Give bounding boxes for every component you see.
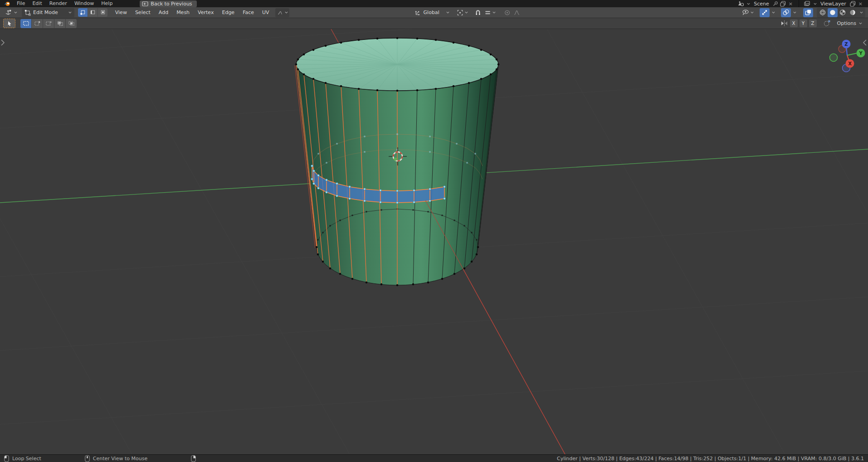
gizmos-icon [761, 9, 768, 16]
editor-type-button[interactable] [3, 8, 19, 17]
edit-mode-icon [24, 10, 31, 16]
pivot-point-icon [457, 10, 463, 16]
menu-vertex[interactable]: Vertex [194, 7, 218, 18]
menu-edge[interactable]: Edge [218, 7, 239, 18]
menu-edit[interactable]: Edit [29, 0, 45, 7]
status-bar: Loop Select Center View to Mouse Cylinde… [0, 454, 868, 462]
shading-material-button[interactable] [838, 8, 848, 17]
pin-icon[interactable] [773, 1, 778, 6]
vertex-select-button[interactable] [78, 8, 88, 17]
select-mode-invert-button[interactable] [54, 19, 65, 28]
orientation-label: Global [424, 10, 439, 15]
object-visibility-dropdown[interactable] [740, 8, 755, 17]
rendered-shading-icon [849, 9, 856, 16]
overlays-toggle-button[interactable] [781, 8, 791, 17]
menu-face[interactable]: Face [239, 7, 258, 18]
svg-text:X: X [848, 61, 852, 66]
vertex-select-icon [80, 10, 86, 15]
lmb-icon [4, 455, 9, 462]
axis-y-ball[interactable]: Y [857, 49, 865, 58]
chevron-down-icon [772, 11, 775, 14]
new-scene-icon[interactable] [780, 1, 786, 7]
chevron-down-icon [14, 11, 17, 14]
mode-selector[interactable]: Edit Mode [22, 8, 74, 17]
axis-x-ball[interactable]: X [846, 59, 854, 68]
overlays-dropdown[interactable] [791, 8, 798, 17]
viewlayer-name: ViewLayer [820, 1, 846, 7]
menu-file[interactable]: File [13, 0, 29, 7]
axis-z-ball[interactable]: Z [842, 40, 851, 49]
active-tool-button[interactable] [3, 19, 15, 28]
mirror-y-button[interactable]: Y [800, 19, 807, 27]
cylinder-mesh [295, 37, 499, 287]
unlink-scene-icon[interactable]: × [788, 1, 794, 7]
gizmo-dropdown[interactable] [770, 8, 776, 17]
snap-settings-button[interactable] [483, 8, 497, 17]
remove-viewlayer-icon[interactable]: × [858, 1, 863, 7]
select-extend-icon [34, 20, 41, 26]
snap-with-icon [484, 10, 491, 16]
menu-view[interactable]: View [111, 7, 131, 18]
scene-statistics: Cylinder | Verts:30/128 | Edges:43/224 |… [557, 456, 864, 462]
edge-select-icon [90, 10, 96, 15]
smooth-falloff-icon [513, 10, 520, 16]
mirror-z-button[interactable]: Z [809, 19, 817, 27]
sidebar-expand-arrow[interactable] [863, 40, 866, 45]
face-select-button[interactable] [98, 8, 107, 17]
editor-3d-viewport-icon [5, 9, 12, 16]
select-mode-extend-button[interactable] [32, 19, 43, 28]
face-select-icon [100, 10, 106, 15]
visibility-eye-icon [741, 9, 749, 16]
proportional-falloff-selector[interactable] [512, 8, 522, 17]
snap-toggle-button[interactable] [473, 8, 483, 17]
navigation-gizmo[interactable]: Z Y X [830, 40, 865, 72]
gizmo-toggle-button[interactable] [760, 8, 770, 17]
tool-settings-bar: X Y Z Options [0, 18, 868, 29]
menu-help[interactable]: Help [98, 0, 116, 7]
viewport-canvas[interactable]: Z Y X [0, 29, 868, 454]
proportional-falloff-button[interactable] [275, 8, 289, 17]
edge-select-button[interactable] [88, 8, 98, 17]
pivot-point-selector[interactable] [455, 8, 469, 17]
viewport-3d: Z Y X [0, 29, 868, 454]
shading-wireframe-button[interactable] [818, 8, 828, 17]
transform-orientation-selector[interactable]: Global [413, 8, 451, 17]
select-mode-new-button[interactable] [20, 19, 31, 28]
toolbar-expand-arrow[interactable] [1, 40, 4, 45]
topbar: File Edit Render Window Help Back to Pre… [0, 0, 868, 7]
options-label: Options [837, 20, 856, 26]
status-hint-label: Center View to Mouse [93, 456, 147, 462]
menu-mesh[interactable]: Mesh [172, 7, 194, 18]
select-mode-subtract-button[interactable] [43, 19, 54, 28]
mirror-icon [780, 20, 788, 27]
overlays-icon [782, 9, 790, 16]
snap-symmetry-icon[interactable] [823, 20, 831, 27]
svg-text:Z: Z [844, 42, 848, 47]
proportional-editing-toggle[interactable] [502, 8, 512, 17]
menu-uv[interactable]: UV [258, 7, 273, 18]
status-hint-rmb [191, 455, 199, 462]
menu-window[interactable]: Window [71, 0, 98, 7]
chevron-down-icon [285, 11, 288, 14]
shading-solid-button[interactable] [828, 8, 838, 17]
topbar-divider [799, 0, 799, 7]
scene-name: Scene [754, 1, 769, 7]
scene-selector[interactable]: Scene × [736, 1, 795, 7]
back-to-previous-button[interactable]: Back to Previous [140, 0, 196, 7]
shading-mode-group [817, 8, 865, 18]
select-mode-intersect-button[interactable] [66, 19, 77, 28]
menu-render[interactable]: Render [46, 0, 71, 7]
axis-neg-y-ball[interactable] [830, 54, 838, 62]
back-to-previous-label: Back to Previous [151, 1, 192, 7]
mirror-x-button[interactable]: X [790, 19, 798, 27]
menu-add[interactable]: Add [155, 7, 172, 18]
viewlayer-selector[interactable]: ViewLayer × [802, 1, 865, 7]
menu-select[interactable]: Select [131, 7, 155, 18]
new-viewlayer-icon[interactable] [850, 1, 856, 7]
status-hint-label: Loop Select [12, 456, 41, 462]
options-dropdown[interactable]: Options [834, 20, 865, 26]
shading-dropdown[interactable] [858, 8, 864, 17]
shading-rendered-button[interactable] [848, 8, 858, 17]
xray-toggle-button[interactable] [803, 8, 813, 17]
blender-logo-icon[interactable] [4, 1, 10, 7]
